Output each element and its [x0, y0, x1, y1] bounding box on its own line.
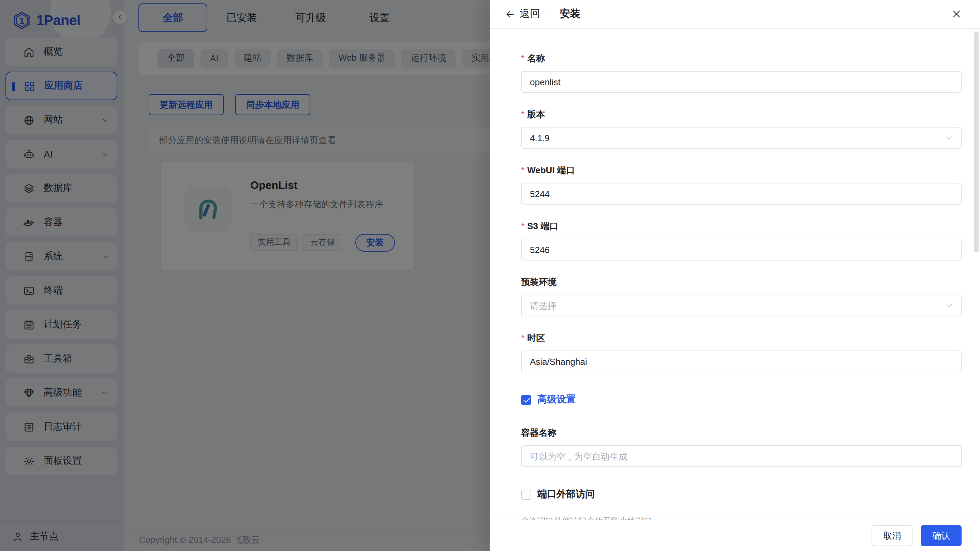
- drawer-body: *名称 *版本 *WebUI 端口 *S3 端口 预装环境: [490, 29, 980, 520]
- required-asterisk: *: [521, 109, 525, 119]
- port-external-checkbox[interactable]: 端口外部访问: [521, 488, 962, 500]
- field-label-container-name: 容器名称: [521, 427, 962, 439]
- arrow-left-icon[interactable]: [505, 8, 515, 19]
- s3-port-input[interactable]: [521, 239, 962, 261]
- install-drawer: 返回 安装 *名称 *版本 *WebUI 端口: [490, 0, 980, 551]
- field-label-version: *版本: [521, 108, 962, 121]
- drawer-header: 返回 安装: [490, 0, 980, 29]
- version-select[interactable]: [521, 127, 962, 149]
- advanced-settings-checkbox[interactable]: 高级设置: [521, 393, 962, 406]
- required-asterisk: *: [521, 221, 525, 231]
- port-external-label: 端口外部访问: [538, 488, 595, 500]
- timezone-input[interactable]: [521, 350, 962, 372]
- confirm-button[interactable]: 确认: [921, 525, 962, 546]
- port-external-hint: 允许端口外部访问会放开防火墙端口: [521, 516, 962, 520]
- field-label-preinstall-env: 预装环境: [521, 276, 962, 288]
- header-divider: [550, 8, 550, 19]
- advanced-settings-label: 高级设置: [538, 393, 576, 406]
- field-label-name: *名称: [521, 53, 962, 65]
- close-icon: [951, 9, 962, 19]
- container-name-input[interactable]: [521, 445, 962, 467]
- preinstall-env-select[interactable]: [521, 295, 962, 317]
- name-input[interactable]: [521, 71, 962, 93]
- drawer-title: 安装: [560, 8, 581, 21]
- required-asterisk: *: [521, 333, 525, 343]
- webui-port-input[interactable]: [521, 183, 962, 205]
- cancel-button[interactable]: 取消: [872, 525, 913, 546]
- field-label-s3-port: *S3 端口: [521, 220, 962, 233]
- close-button[interactable]: [951, 9, 962, 19]
- page: 1 1Panel 概览 应用商店 网站 AI: [0, 0, 980, 551]
- required-asterisk: *: [521, 53, 525, 64]
- field-label-timezone: *时区: [521, 332, 962, 344]
- drawer-scrollbar[interactable]: [974, 31, 978, 252]
- back-button[interactable]: 返回: [520, 8, 540, 21]
- field-label-webui-port: *WebUI 端口: [521, 164, 962, 177]
- drawer-footer: 取消 确认: [490, 520, 980, 551]
- checkbox-checked-icon[interactable]: [521, 395, 531, 405]
- modal-overlay[interactable]: [0, 0, 490, 551]
- required-asterisk: *: [521, 165, 525, 175]
- checkbox-unchecked-icon[interactable]: [521, 489, 531, 500]
